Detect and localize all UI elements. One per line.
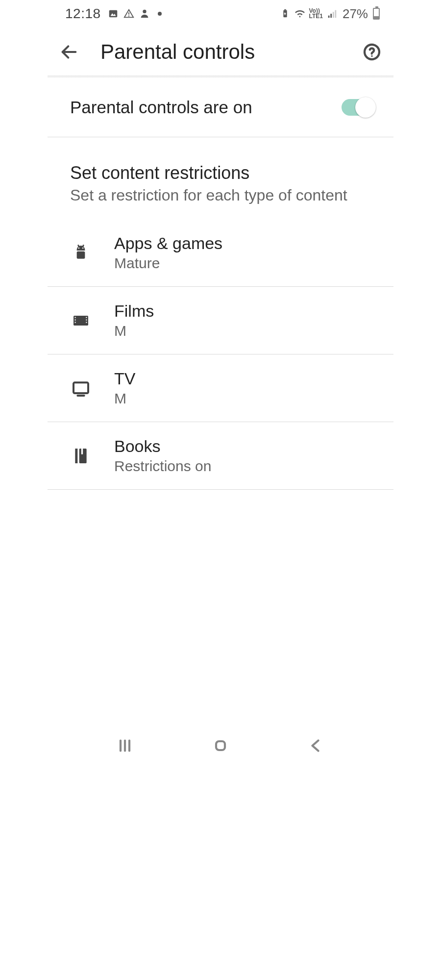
row-subtitle: M <box>114 390 135 407</box>
svg-rect-21 <box>75 319 76 320</box>
picture-icon <box>108 8 119 19</box>
svg-rect-7 <box>328 16 330 18</box>
svg-rect-22 <box>75 322 76 323</box>
svg-point-4 <box>143 10 146 13</box>
row-subtitle: Mature <box>114 255 222 272</box>
nav-recents-button[interactable] <box>110 731 140 760</box>
row-title: Apps & games <box>114 234 222 253</box>
home-icon <box>212 737 229 754</box>
row-text: TV M <box>114 369 135 407</box>
svg-rect-20 <box>75 317 76 318</box>
status-left: 12:18 <box>65 6 162 22</box>
recents-icon <box>116 737 134 754</box>
row-text: Apps & games Mature <box>114 234 222 272</box>
svg-rect-6 <box>284 9 286 10</box>
row-title: Books <box>114 437 211 456</box>
status-notif-icons <box>108 8 162 19</box>
svg-rect-25 <box>86 322 87 323</box>
network-lte-icon: Vo))LTE1 <box>309 8 323 19</box>
row-text: Books Restrictions on <box>114 437 211 475</box>
book-icon <box>70 445 92 467</box>
more-notifications-dot <box>158 12 162 16</box>
android-icon <box>70 242 92 264</box>
row-title: TV <box>114 369 135 388</box>
arrow-left-icon <box>59 42 79 62</box>
section-header: Set content restrictions Set a restricti… <box>48 137 393 219</box>
status-time: 12:18 <box>65 6 101 22</box>
row-books[interactable]: Books Restrictions on <box>48 422 393 490</box>
svg-rect-23 <box>86 317 87 318</box>
help-button[interactable] <box>360 40 384 64</box>
svg-rect-28 <box>75 449 77 463</box>
section-subtitle: Set a restriction for each type of conte… <box>70 186 371 204</box>
battery-percent: 27% <box>343 6 368 22</box>
svg-line-14 <box>78 245 79 246</box>
svg-rect-8 <box>330 14 332 18</box>
row-text: Films M <box>114 302 154 339</box>
switch-knob <box>355 97 376 118</box>
row-tv[interactable]: TV M <box>48 354 393 422</box>
svg-point-3 <box>128 15 129 16</box>
nav-home-button[interactable] <box>206 731 235 760</box>
system-nav-bar <box>48 727 393 765</box>
row-subtitle: M <box>114 323 154 339</box>
tv-icon <box>70 377 92 399</box>
page-title: Parental controls <box>100 40 360 64</box>
nav-back-button[interactable] <box>301 731 331 760</box>
status-bar: 12:18 Vo))LTE1 27% <box>48 0 393 27</box>
svg-rect-29 <box>79 449 87 463</box>
svg-rect-24 <box>86 319 87 320</box>
row-subtitle: Restrictions on <box>114 458 211 475</box>
svg-line-15 <box>83 245 84 246</box>
row-films[interactable]: Films M <box>48 287 393 354</box>
status-right: Vo))LTE1 27% <box>280 6 380 22</box>
wifi-icon <box>294 8 305 19</box>
svg-rect-10 <box>335 10 336 18</box>
battery-icon <box>373 8 380 20</box>
svg-point-16 <box>78 247 80 249</box>
svg-rect-34 <box>216 741 225 750</box>
svg-point-13 <box>371 55 372 56</box>
battery-saver-icon <box>280 8 291 19</box>
section-title: Set content restrictions <box>70 163 371 183</box>
svg-point-17 <box>82 247 84 249</box>
svg-rect-26 <box>74 382 88 393</box>
back-button[interactable] <box>57 40 81 64</box>
signal-icon <box>327 8 338 19</box>
help-circle-icon <box>362 42 382 62</box>
film-icon <box>70 310 92 331</box>
toggle-switch[interactable] <box>342 99 374 116</box>
screen: 12:18 Vo))LTE1 27% Parental controls <box>48 0 393 765</box>
svg-rect-18 <box>77 251 85 258</box>
row-apps-and-games[interactable]: Apps & games Mature <box>48 219 393 287</box>
parental-controls-toggle-row[interactable]: Parental controls are on <box>48 78 393 137</box>
warning-icon <box>123 8 134 19</box>
svg-rect-9 <box>333 12 334 18</box>
toggle-label: Parental controls are on <box>70 98 252 117</box>
app-bar: Parental controls <box>48 27 393 76</box>
person-icon <box>139 8 150 19</box>
chevron-left-icon <box>307 737 325 754</box>
svg-rect-30 <box>81 449 83 454</box>
row-title: Films <box>114 302 154 321</box>
svg-rect-0 <box>109 10 117 18</box>
